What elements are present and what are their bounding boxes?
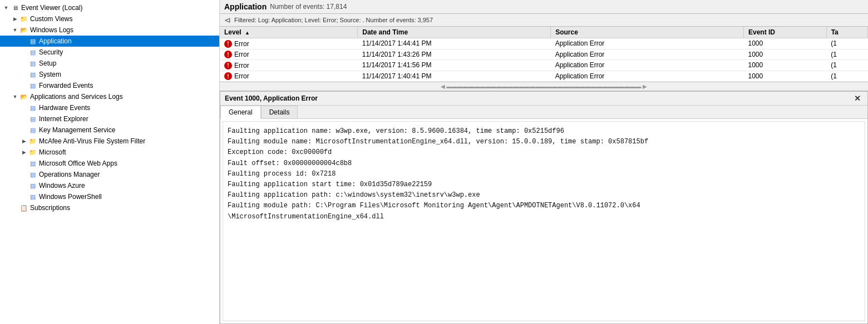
custom-views-expand-icon: ▶ — [11, 15, 19, 23]
col-task[interactable]: Ta — [826, 27, 867, 38]
sidebar-item-system[interactable]: ▤ System — [0, 69, 219, 80]
wps-expand-icon — [20, 193, 28, 201]
app-services-expand-icon: ▼ — [11, 93, 19, 101]
windows-logs-expand-icon: ▼ — [11, 26, 19, 34]
right-panel: Application Number of events: 17,814 ⊲ F… — [220, 0, 868, 324]
operations-manager-label: Operations Manager — [39, 171, 100, 178]
sidebar-item-hardware-events[interactable]: ▤ Hardware Events — [0, 102, 219, 113]
log-icon-hw: ▤ — [28, 103, 37, 112]
folder-open-icon-2: 📂 — [19, 92, 28, 101]
detail-line: Faulting application start time: 0x01d35… — [228, 180, 860, 190]
detail-line: Exception code: 0xc00000fd — [228, 147, 860, 158]
level-text: Error — [234, 62, 249, 69]
microsoft-label: Microsoft — [39, 148, 66, 156]
log-icon-setup: ▤ — [28, 59, 37, 68]
sidebar-item-windows-azure[interactable]: ▤ Windows Azure — [0, 180, 219, 191]
setup-label: Setup — [39, 59, 56, 67]
sidebar-item-ms-office-web[interactable]: ▤ Microsoft Office Web Apps — [0, 158, 219, 169]
filter-text: Filtered: Log: Application; Level: Error… — [234, 17, 433, 23]
sidebar-item-custom-views[interactable]: ▶ 📁 Custom Views — [0, 13, 219, 24]
detail-tabs: General Details — [220, 106, 867, 119]
col-eventid[interactable]: Event ID — [743, 27, 826, 38]
tree-root[interactable]: ▼ 🖥 Event Viewer (Local) — [0, 2, 219, 13]
subs-expand-icon — [11, 204, 19, 212]
tab-details[interactable]: Details — [261, 106, 298, 119]
sidebar-item-operations-manager[interactable]: ▤ Operations Manager — [0, 169, 219, 180]
sidebar-item-key-management[interactable]: ▤ Key Management Service — [0, 124, 219, 136]
table-row[interactable]: ! Error 11/14/2017 1:41:56 PM Applicatio… — [220, 60, 868, 71]
event-table-section: Level ▲ Date and Time Source Event ID — [220, 27, 868, 91]
cell-level: ! Error — [220, 38, 358, 49]
sidebar-item-app-services-logs[interactable]: ▼ 📂 Applications and Services Logs — [0, 91, 219, 102]
log-icon-om: ▤ — [28, 170, 37, 179]
log-icon: ▤ — [28, 37, 37, 46]
detail-line: Faulting module path: C:\Program Files\M… — [228, 201, 860, 211]
cell-datetime: 11/14/2017 1:43:26 PM — [358, 49, 551, 60]
cell-eventid: 1000 — [743, 60, 826, 71]
error-badge-icon: ! — [224, 40, 232, 48]
col-datetime[interactable]: Date and Time — [358, 27, 551, 38]
cell-level: ! Error — [220, 49, 358, 60]
col-source[interactable]: Source — [551, 27, 744, 38]
windows-powershell-label: Windows PowerShell — [39, 193, 102, 201]
computer-icon: 🖥 — [11, 3, 19, 12]
table-row[interactable]: ! Error 11/14/2017 1:43:26 PM Applicatio… — [220, 49, 868, 60]
error-badge-icon: ! — [224, 51, 232, 58]
detail-line: Faulting process id: 0x7218 — [228, 169, 860, 180]
panel-header: Application Number of events: 17,814 — [220, 0, 868, 14]
cell-task: (1 — [826, 49, 867, 60]
kms-expand-icon — [20, 126, 28, 134]
app-services-label: Applications and Services Logs — [30, 93, 123, 101]
system-expand-icon — [20, 71, 28, 78]
sidebar-item-microsoft[interactable]: ▶ 📁 Microsoft — [0, 147, 219, 158]
sidebar-item-subscriptions[interactable]: 📋 Subscriptions — [0, 202, 219, 213]
cell-task: (1 — [826, 38, 867, 49]
sidebar-item-setup[interactable]: ▤ Setup — [0, 58, 219, 69]
hardware-events-label: Hardware Events — [39, 104, 90, 112]
detail-content[interactable]: Faulting application name: w3wp.exe, ver… — [223, 121, 865, 321]
root-expand-icon: ▼ — [2, 4, 10, 12]
setup-expand-icon — [20, 59, 28, 67]
cell-task: (1 — [826, 71, 867, 82]
error-badge-icon: ! — [224, 62, 232, 69]
sidebar-item-security[interactable]: ▤ Security — [0, 47, 219, 58]
event-table: Level ▲ Date and Time Source Event ID — [220, 27, 868, 82]
subscriptions-label: Subscriptions — [30, 204, 70, 212]
tab-general[interactable]: General — [220, 106, 261, 119]
detail-line: Faulting application name: w3wp.exe, ver… — [228, 126, 860, 137]
horizontal-scrollbar[interactable]: ◀ ▬▬▬▬▬▬▬▬▬▬▬▬▬▬▬▬▬▬▬▬▬▬▬▬▬▬▬▬▬▬▬▬▬▬▬ ▶ — [220, 82, 868, 91]
panel-title: Application — [224, 2, 267, 11]
folder-icon-mcafee: 📁 — [28, 137, 37, 146]
level-text: Error — [234, 40, 249, 48]
sidebar-item-windows-logs[interactable]: ▼ 📂 Windows Logs — [0, 24, 219, 36]
sidebar-item-mcafee[interactable]: ▶ 📁 McAfee Anti-Virus File System Filter — [0, 136, 219, 147]
table-row[interactable]: ! Error 11/14/2017 1:40:41 PM Applicatio… — [220, 71, 868, 82]
detail-line: Faulting module name: MicrosoftInstrumen… — [228, 137, 860, 147]
sidebar-item-windows-powershell[interactable]: ▤ Windows PowerShell — [0, 191, 219, 202]
forwarded-events-label: Forwarded Events — [39, 82, 93, 89]
security-label: Security — [39, 48, 63, 56]
cell-source: Application Error — [551, 38, 744, 49]
col-level[interactable]: Level ▲ — [220, 27, 358, 38]
table-scroll[interactable]: Level ▲ Date and Time Source Event ID — [220, 27, 868, 82]
log-icon-kms: ▤ — [28, 126, 37, 134]
table-row[interactable]: ! Error 11/14/2017 1:44:41 PM Applicatio… — [220, 38, 868, 49]
filter-icon: ⊲ — [224, 16, 231, 24]
application-label: Application — [39, 37, 72, 45]
msow-expand-icon — [20, 159, 28, 167]
scroll-indicator: ◀ ▬▬▬▬▬▬▬▬▬▬▬▬▬▬▬▬▬▬▬▬▬▬▬▬▬▬▬▬▬▬▬▬▬▬▬ ▶ — [441, 83, 648, 89]
sidebar-item-application[interactable]: ▤ Application — [0, 36, 219, 47]
mcafee-label: McAfee Anti-Virus File System Filter — [39, 137, 145, 145]
ie-expand-icon — [20, 115, 28, 123]
hw-expand-icon — [20, 104, 28, 112]
level-text: Error — [234, 51, 249, 58]
sidebar-item-forwarded-events[interactable]: ▤ Forwarded Events — [0, 80, 219, 91]
cell-eventid: 1000 — [743, 71, 826, 82]
log-icon-msow: ▤ — [28, 159, 37, 168]
filter-bar: ⊲ Filtered: Log: Application; Level: Err… — [220, 14, 868, 27]
sidebar-item-internet-explorer[interactable]: ▤ Internet Explorer — [0, 113, 219, 124]
subscriptions-icon: 📋 — [19, 203, 28, 212]
detail-close-button[interactable]: ✕ — [852, 94, 863, 103]
tree-root-label: Event Viewer (Local) — [21, 4, 83, 12]
mcafee-expand-icon: ▶ — [20, 137, 28, 145]
